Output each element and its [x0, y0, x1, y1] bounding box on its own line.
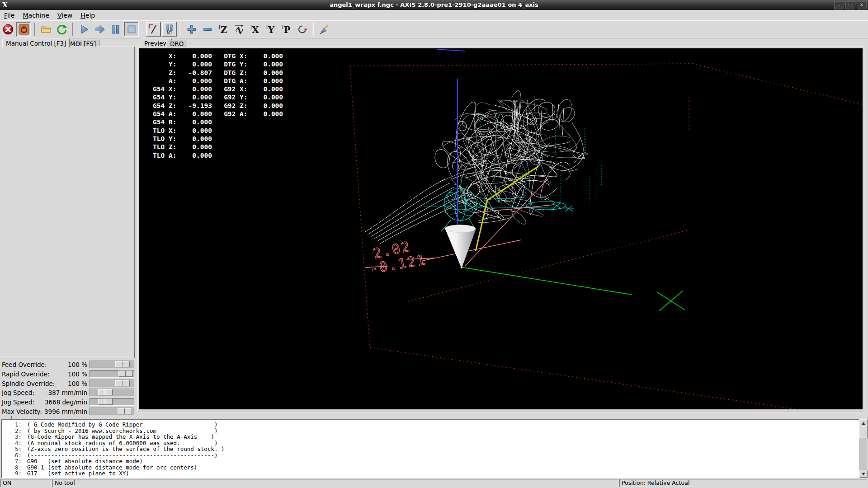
title-bar: X angel1_wrapx f.ngc - AXIS 2.8.0-pre1-2…	[0, 0, 868, 10]
maximize-button[interactable]: ❐	[845, 1, 855, 9]
slider-value: 387 mm/min	[48, 389, 87, 396]
gcode-line[interactable]: 2:( by Scorch - 2016 www.scorchworks.com…	[2, 428, 859, 434]
scroll-up-arrow[interactable]	[859, 419, 868, 427]
gcode-line-text: (Z-axis zero position is the surface of …	[27, 446, 225, 452]
view-side-button[interactable]: X	[247, 22, 262, 37]
gcode-line[interactable]: 9:G17 (set active plane to XY)	[2, 470, 859, 477]
preview-canvas[interactable]: 2.02 -0.121 X: 0.000 DTG X: 0.000 Y:	[139, 48, 863, 409]
menu-item-help[interactable]: Help	[76, 11, 99, 20]
view-side-letter: X	[252, 24, 259, 35]
gcode-line[interactable]: 4:(A nominal stock radius of 6.000000 wa…	[2, 440, 859, 446]
slider-handle[interactable]	[118, 371, 133, 377]
stop-button[interactable]	[124, 22, 139, 37]
slider-row: Feed Override:100 %	[0, 360, 136, 369]
gcode-line-text: (A nominal stock radius of 6.000000 was …	[27, 440, 217, 446]
slider-track[interactable]	[90, 370, 134, 378]
gcode-line[interactable]: 6:(-------------------------------------…	[2, 452, 859, 459]
window-controls: – ❐ ✕	[834, 1, 867, 9]
slider-value: 3996 mm/min	[44, 408, 87, 415]
close-button[interactable]: ✕	[857, 1, 867, 9]
slider-label: Rapid Override:	[2, 371, 50, 378]
menu-item-file[interactable]: File	[0, 11, 19, 20]
slider-value: 3668 deg/min	[45, 399, 87, 406]
scroll-thumb[interactable]	[859, 427, 868, 438]
tool-status-cell: No tool	[52, 479, 618, 487]
gcode-line-text: G90 (set absolute distance mode)	[27, 458, 143, 465]
position-mode-cell: Position: Relative Actual	[619, 479, 867, 487]
slider-handle[interactable]	[115, 361, 130, 367]
clear-plot-button[interactable]	[317, 22, 332, 37]
dimension-labels: 2.02 -0.121	[368, 238, 428, 277]
gcode-line-text: G17 (set active plane to XY)	[27, 470, 129, 477]
gcode-line[interactable]: 7:G90 (set absolute distance mode)	[2, 458, 859, 465]
view-top-letter: Z	[220, 24, 227, 35]
slider-row: Spindle Override:100 %	[0, 379, 136, 388]
toolbar-separator	[34, 23, 35, 36]
slider-track[interactable]	[90, 408, 134, 415]
tab-manual-control[interactable]: Manual Control [F3]	[2, 38, 70, 47]
slider-track[interactable]	[90, 380, 134, 387]
view-rotated-top-button[interactable]: Z	[231, 22, 246, 37]
scroll-down-arrow[interactable]	[859, 470, 868, 478]
gcode-scrollbar[interactable]	[859, 419, 867, 477]
zoom-out-button[interactable]	[200, 22, 215, 37]
tool-tip-dot	[461, 267, 463, 269]
gcode-line-number: 6:	[2, 452, 22, 459]
slider-value: 100 %	[68, 361, 87, 368]
slider-track[interactable]	[90, 398, 134, 406]
slider-label: Jog Speed:	[2, 389, 34, 396]
view-top-button[interactable]: Z	[216, 22, 231, 37]
slider-label: Max Velocity:	[2, 408, 42, 415]
run-button[interactable]	[76, 22, 91, 37]
optional-pause-toggle[interactable]: M1	[162, 22, 177, 37]
slider-handle[interactable]	[115, 380, 130, 386]
gcode-line-number: 9:	[2, 470, 22, 477]
tab-mdi[interactable]: MDI [F5]	[66, 40, 99, 47]
open-file-button[interactable]	[38, 22, 53, 37]
zoom-in-button[interactable]	[184, 22, 199, 37]
gcode-listing[interactable]: 1:( G-Code Modified by G-Code Ripper )2:…	[1, 419, 860, 480]
view-front-button[interactable]: Y	[263, 22, 278, 37]
skip-lines-toggle[interactable]	[146, 22, 161, 37]
gcode-line[interactable]: 8:G90.1 (set absolute distance mode for …	[2, 465, 859, 471]
status-bar: ON No tool Position: Relative Actual	[0, 478, 868, 488]
gcode-line-text: (G-Code Ripper has mapped the X-Axis to …	[27, 434, 214, 440]
menu-bar: FileMachineViewHelp	[0, 10, 868, 20]
gcode-line-number: 5:	[2, 446, 22, 452]
x-axis-green	[463, 267, 685, 311]
menu-item-machine[interactable]: Machine	[19, 11, 53, 20]
gcode-line-number: 8:	[2, 465, 22, 471]
gcode-line-number: 2:	[2, 428, 22, 434]
slider-row: Jog Speed:3668 deg/min	[0, 397, 136, 406]
window-title: angel1_wrapx f.ngc - AXIS 2.8.0-pre1-291…	[0, 0, 868, 10]
slider-row: Max Velocity:3996 mm/min	[0, 407, 136, 416]
pause-button[interactable]	[108, 22, 123, 37]
slider-track[interactable]	[90, 361, 134, 368]
gcode-line[interactable]: 3:(G-Code Ripper has mapped the X-Axis t…	[2, 434, 859, 440]
toolbar-separator	[313, 23, 314, 36]
slider-track[interactable]	[90, 389, 134, 396]
slider-handle[interactable]	[118, 408, 132, 414]
slider-label: Feed Override:	[2, 361, 47, 368]
machine-power-button[interactable]	[16, 22, 31, 37]
tool-cone	[445, 225, 476, 269]
reload-button[interactable]	[54, 22, 69, 37]
slider-handle[interactable]	[98, 399, 113, 405]
step-button[interactable]	[92, 22, 107, 37]
gcode-line-number: 4:	[2, 440, 22, 446]
slider-handle[interactable]	[98, 389, 113, 395]
gcode-line-number: 3:	[2, 434, 22, 440]
slider-value: 100 %	[68, 371, 87, 378]
toolbar-separator	[180, 23, 181, 36]
view-perspective-button[interactable]: P	[279, 22, 294, 37]
slider-row: Jog Speed:387 mm/min	[0, 388, 136, 397]
toolbar: M1 Z Z	[0, 20, 868, 38]
gcode-line[interactable]: 5:(Z-axis zero position is the surface o…	[2, 446, 859, 452]
gcode-line-number: 1:	[2, 422, 22, 428]
estop-button[interactable]	[0, 22, 15, 37]
minimize-button[interactable]: –	[834, 1, 844, 9]
gcode-line[interactable]: 1:( G-Code Modified by G-Code Ripper )	[2, 422, 859, 428]
menu-item-view[interactable]: View	[53, 11, 76, 20]
tab-dro[interactable]: DRO	[166, 40, 187, 47]
rotate-view-button[interactable]	[295, 22, 310, 37]
